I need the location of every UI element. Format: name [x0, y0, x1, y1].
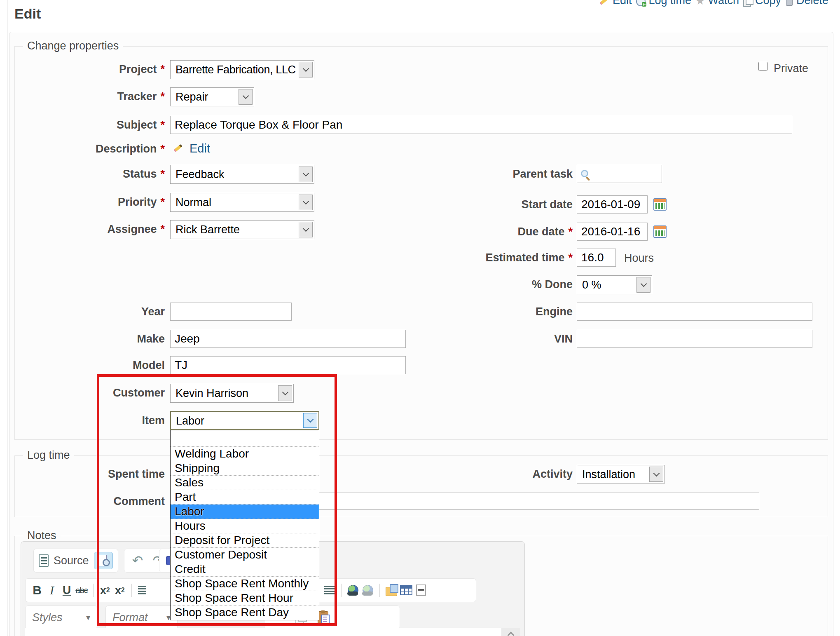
strikethrough-icon[interactable]: abc: [74, 581, 89, 599]
private-checkbox[interactable]: [758, 62, 767, 71]
vin-label: VIN: [371, 333, 573, 345]
parent-task-input[interactable]: [577, 165, 662, 183]
percent-done-label: % Done: [371, 278, 573, 291]
year-input[interactable]: [170, 303, 292, 321]
start-date-label: Start date: [371, 198, 573, 211]
tracker-select[interactable]: Repair: [170, 87, 254, 106]
chevron-down-icon[interactable]: [299, 222, 313, 237]
make-label: Make: [12, 333, 165, 345]
clock-plus-icon: [636, 0, 646, 6]
underline-icon[interactable]: U: [59, 581, 74, 599]
estimated-time-label: Estimated time*: [371, 251, 573, 264]
due-date-label: Due date*: [371, 225, 573, 238]
percent-done-select[interactable]: 0 %: [577, 275, 652, 294]
edit-link[interactable]: Edit: [599, 0, 632, 7]
notes-legend: Notes: [23, 529, 61, 542]
notes-editing-area[interactable]: [25, 628, 501, 636]
subject-label: Subject*: [12, 119, 165, 131]
editor-scrollbar[interactable]: [501, 628, 520, 636]
hours-suffix: Hours: [624, 252, 654, 265]
change-properties-legend: Change properties: [23, 40, 123, 52]
vin-input[interactable]: [577, 330, 812, 348]
activity-select[interactable]: Installation: [577, 465, 665, 483]
status-select[interactable]: Feedback: [170, 165, 314, 184]
chevron-down-icon[interactable]: [649, 467, 663, 482]
copy-link[interactable]: Copy: [743, 0, 781, 7]
watch-link[interactable]: ★Watch: [695, 0, 739, 7]
content-left-border: [7, 0, 7, 636]
estimated-time-input[interactable]: [577, 249, 616, 267]
chevron-down-icon[interactable]: [239, 89, 253, 105]
assignee-select[interactable]: Rick Barrette: [170, 220, 314, 239]
horizontal-rule-icon[interactable]: [414, 581, 428, 599]
issue-edit-page: Edit Log time ★Watch Copy Delete Edit Ch…: [0, 0, 840, 636]
engine-label: Engine: [371, 305, 573, 318]
context-toolbar: Edit Log time ★Watch Copy Delete: [599, 0, 828, 7]
parent-task-label: Parent task: [371, 168, 573, 181]
star-icon: ★: [695, 0, 705, 6]
year-label: Year: [12, 305, 165, 318]
description-edit-link[interactable]: Edit: [190, 142, 210, 155]
caret-down-icon: ▾: [86, 613, 90, 622]
link-icon[interactable]: [346, 581, 360, 599]
calendar-icon[interactable]: [653, 198, 667, 211]
calendar-icon[interactable]: [653, 225, 667, 238]
priority-select[interactable]: Normal: [170, 193, 314, 212]
annotation-highlight-rectangle: [97, 374, 337, 626]
project-label: Project*: [12, 63, 165, 76]
italic-icon[interactable]: I: [44, 581, 59, 599]
start-date-input[interactable]: [577, 195, 648, 214]
private-label: Private: [774, 62, 808, 75]
trash-icon: [785, 0, 793, 6]
subject-input[interactable]: [170, 116, 792, 134]
chevron-down-icon[interactable]: [299, 167, 313, 182]
unlink-icon[interactable]: [360, 581, 375, 599]
scroll-up-icon[interactable]: [508, 632, 515, 636]
copy-icon: [743, 0, 752, 6]
activity-label: Activity: [371, 468, 573, 481]
tracker-label: Tracker*: [12, 90, 165, 103]
engine-input[interactable]: [577, 303, 812, 321]
pencil-icon: [599, 0, 610, 6]
priority-label: Priority*: [12, 196, 165, 209]
chevron-down-icon[interactable]: [636, 277, 650, 293]
model-label: Model: [12, 359, 165, 372]
model-input[interactable]: [170, 356, 406, 374]
styles-combo[interactable]: Styles ▾: [25, 605, 97, 629]
pencil-icon: [173, 143, 184, 153]
page-title: Edit: [14, 6, 41, 22]
table-icon[interactable]: [399, 581, 414, 599]
due-date-input[interactable]: [577, 223, 648, 241]
log-time-legend: Log time: [23, 449, 74, 462]
delete-link[interactable]: Delete: [785, 0, 828, 7]
assignee-label: Assignee*: [12, 223, 165, 236]
source-document-icon: [39, 554, 49, 567]
bold-icon[interactable]: B: [30, 581, 44, 599]
log-time-link[interactable]: Log time: [636, 0, 692, 7]
project-select[interactable]: Barrette Fabrication, LLC: [170, 60, 314, 79]
image-icon[interactable]: [384, 581, 399, 599]
chevron-down-icon[interactable]: [299, 62, 313, 77]
status-label: Status*: [12, 168, 165, 181]
source-button[interactable]: Source: [54, 554, 89, 567]
description-label: Description*: [12, 143, 165, 155]
chevron-down-icon[interactable]: [299, 195, 313, 210]
search-icon: [581, 170, 588, 177]
